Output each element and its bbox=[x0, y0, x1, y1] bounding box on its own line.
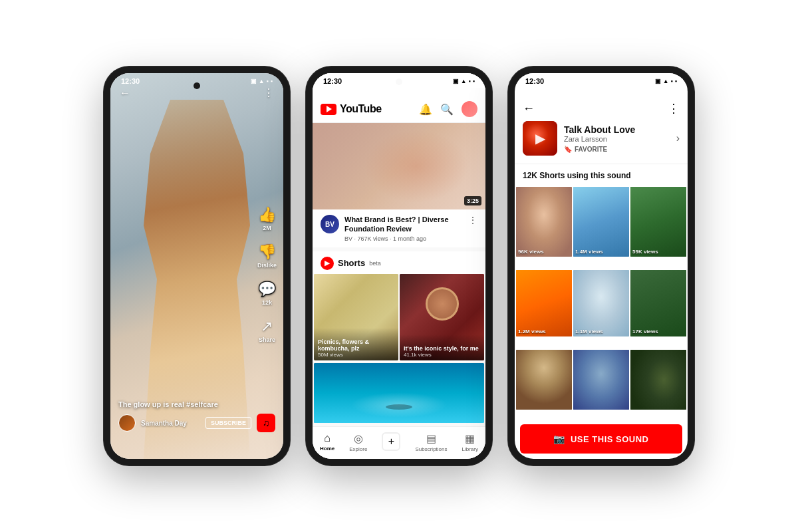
yt-logo-text: YouTube bbox=[340, 103, 382, 115]
home-label: Home bbox=[320, 446, 334, 452]
shorts-icon: ▶ bbox=[321, 257, 334, 270]
user-avatar[interactable] bbox=[462, 101, 477, 117]
yt-header: YouTube 🔔 🔍 bbox=[313, 88, 485, 123]
share-button[interactable]: ↗ Share bbox=[259, 318, 275, 343]
sound-header: ← ⋮ bbox=[515, 88, 688, 121]
yt-logo-icon bbox=[321, 104, 336, 115]
shorts-grid: Picnics, flowers & kombucha, plz 50M vie… bbox=[313, 274, 485, 362]
like-count: 2M bbox=[263, 225, 271, 231]
sound-video-1[interactable]: 96K views bbox=[516, 187, 572, 257]
views-6: 17K views bbox=[632, 329, 658, 334]
short-item-1[interactable]: Picnics, flowers & kombucha, plz 50M vie… bbox=[314, 274, 398, 360]
header-icons: 🔔 🔍 bbox=[419, 101, 477, 117]
comment-button[interactable]: 💬 12k bbox=[258, 281, 276, 306]
comment-count: 12k bbox=[262, 299, 272, 306]
channel-row: Samantha Day SUBSCRIBE ♫ bbox=[118, 414, 275, 432]
views-4: 1.2M views bbox=[518, 329, 546, 334]
bell-icon[interactable]: 🔔 bbox=[419, 103, 432, 116]
shorts-header: ▶ Shorts beta bbox=[313, 251, 485, 274]
bookmark-icon: 🔖 bbox=[564, 146, 572, 153]
video-more-button[interactable]: ⋮ bbox=[468, 215, 477, 225]
like-icon: 👍 bbox=[258, 206, 276, 223]
shorts-title: Shorts bbox=[338, 258, 365, 268]
home-icon: ⌂ bbox=[324, 432, 331, 444]
subscriptions-label: Subscriptions bbox=[415, 446, 447, 452]
subscribe-button[interactable]: SUBSCRIBE bbox=[205, 417, 251, 429]
more-button-1[interactable]: ⋮ bbox=[263, 86, 274, 99]
shorts-video-grid: 96K views 1.4M views 59K views 1.2M view… bbox=[515, 187, 688, 422]
sound-video-6[interactable]: 17K views bbox=[630, 270, 686, 336]
video-thumbnail[interactable]: 3:25 bbox=[313, 123, 485, 209]
sound-title: Talk About Love bbox=[564, 124, 670, 135]
status-time-1: 12:30 bbox=[121, 77, 140, 85]
short-item-2[interactable]: It's the iconic style, for me 41.1k view… bbox=[400, 274, 484, 360]
explore-label: Explore bbox=[349, 446, 367, 452]
like-button[interactable]: 👍 2M bbox=[258, 206, 276, 231]
favorite-label: FAVORITE bbox=[575, 146, 607, 153]
sound-video-9[interactable] bbox=[630, 350, 686, 410]
pool-video[interactable] bbox=[314, 363, 484, 423]
status-time-2: 12:30 bbox=[323, 77, 342, 85]
channel-name[interactable]: Samantha Day bbox=[141, 420, 200, 427]
status-icons-3: ▣▲▪▪ bbox=[655, 78, 677, 84]
status-bar-3: 12:30 ▣▲▪▪ bbox=[515, 73, 688, 88]
sound-video-3[interactable]: 59K views bbox=[630, 187, 686, 257]
shorts-section: ▶ Shorts beta Picnics, flowers & kombuch… bbox=[313, 251, 485, 362]
nav-add[interactable]: + bbox=[382, 432, 400, 452]
back-button-3[interactable]: ← bbox=[523, 102, 535, 116]
sound-video-4[interactable]: 1.2M views bbox=[516, 270, 572, 336]
use-sound-button[interactable]: 📷 USE THIS SOUND bbox=[520, 424, 682, 454]
library-icon: ▦ bbox=[465, 432, 475, 445]
phone3-content: 12:30 ▣▲▪▪ ← ⋮ ▶ Talk About Love Zara La… bbox=[515, 73, 688, 459]
video-title[interactable]: What Brand is Best? | Diverse Foundation… bbox=[344, 215, 463, 234]
video-info: What Brand is Best? | Diverse Foundation… bbox=[344, 215, 463, 242]
sound-video-5[interactable]: 1.1M views bbox=[573, 270, 629, 336]
sound-video-8[interactable] bbox=[573, 350, 629, 410]
nav-library[interactable]: ▦ Library bbox=[462, 432, 478, 452]
use-sound-label: USE THIS SOUND bbox=[571, 434, 649, 444]
short-caption-2: It's the iconic style, for me 41.1k view… bbox=[400, 334, 484, 360]
status-time-3: 12:30 bbox=[525, 77, 544, 85]
sound-thumbnail: ▶ bbox=[523, 121, 557, 156]
sound-arrow[interactable]: › bbox=[676, 132, 680, 144]
more-button-3[interactable]: ⋮ bbox=[668, 101, 680, 116]
short-views-1: 50M views bbox=[318, 352, 394, 358]
video-subtitle: BV · 767K views · 1 month ago bbox=[344, 235, 463, 242]
views-3: 59K views bbox=[632, 249, 658, 255]
dislike-button[interactable]: 👎 Dislike bbox=[257, 243, 277, 269]
subscriptions-icon: ▤ bbox=[426, 432, 436, 445]
duration-badge: 3:25 bbox=[464, 196, 481, 205]
camera-1 bbox=[194, 82, 200, 89]
dislike-label: Dislike bbox=[257, 262, 277, 269]
views-5: 1.1M views bbox=[575, 329, 603, 334]
sound-artist: Zara Larsson bbox=[564, 135, 670, 143]
sound-info-row: ▶ Talk About Love Zara Larsson 🔖 FAVORIT… bbox=[515, 121, 688, 164]
music-button[interactable]: ♫ bbox=[257, 414, 275, 432]
back-button-1[interactable]: ← bbox=[120, 87, 130, 99]
shorts-beta: beta bbox=[369, 260, 381, 267]
phone-1: 12:30 ▣▲▪▪ ← ⋮ 👍 2M 👎 Dislik bbox=[104, 66, 290, 466]
explore-icon: ◎ bbox=[354, 432, 363, 445]
phone-3: 12:30 ▣▲▪▪ ← ⋮ ▶ Talk About Love Zara La… bbox=[508, 66, 694, 466]
nav-subscriptions[interactable]: ▤ Subscriptions bbox=[415, 432, 447, 452]
camera-icon: 📷 bbox=[553, 434, 565, 444]
phone2-content: 12:30 ▣▲▪▪ YouTube 🔔 🔍 bbox=[313, 73, 485, 459]
phone-2: 12:30 ▣▲▪▪ YouTube 🔔 🔍 bbox=[306, 66, 492, 466]
sound-video-7[interactable] bbox=[516, 350, 572, 410]
video-meta: BV What Brand is Best? | Diverse Foundat… bbox=[313, 209, 485, 247]
right-actions: 👍 2M 👎 Dislike 💬 12k ↗ Share bbox=[257, 206, 277, 343]
short-views-2: 41.1k views bbox=[404, 352, 480, 358]
nav-home[interactable]: ⌂ Home bbox=[320, 432, 334, 452]
yt-play-triangle bbox=[327, 106, 332, 112]
play-icon: ▶ bbox=[535, 130, 545, 146]
search-icon[interactable]: 🔍 bbox=[440, 103, 454, 116]
dislike-icon: 👎 bbox=[258, 243, 276, 261]
yt-logo: YouTube bbox=[321, 103, 382, 115]
comment-icon: 💬 bbox=[258, 281, 276, 298]
sound-details: Talk About Love Zara Larsson 🔖 FAVORITE bbox=[564, 124, 670, 153]
sound-video-2[interactable]: 1.4M views bbox=[573, 187, 629, 257]
channel-avatar-2: BV bbox=[321, 215, 339, 233]
nav-explore[interactable]: ◎ Explore bbox=[349, 432, 367, 452]
views-1: 96K views bbox=[518, 249, 544, 255]
favorite-button[interactable]: 🔖 FAVORITE bbox=[564, 146, 670, 153]
